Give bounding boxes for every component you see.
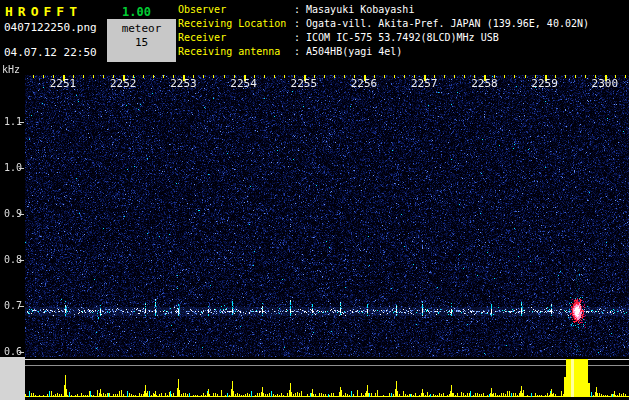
freq-label: 0.7 [4,300,22,311]
meteor-count-value: 15 [107,36,176,49]
hrofft-window: HROFFT 1.00 0407122250.png 04.07.12 22:5… [0,0,629,400]
app-version: 1.00 [122,5,151,19]
info-row: Receiving antenna: A504HB(yagi 4el) [178,45,629,59]
info-label: Receiver [178,31,294,45]
db-scale-panel [0,357,25,400]
info-label: Receiving Location [178,17,294,31]
app-title: HROFFT [5,4,82,19]
freq-label: 0.8 [4,254,22,265]
freq-label: 0.9 [4,208,22,219]
info-value: : Ogata-vill. Akita-Pref. JAPAN (139.96E… [294,17,589,31]
info-row: Observer: Masayuki Kobayashi [178,3,629,17]
spectrogram-canvas [0,62,629,400]
info-label: Observer [178,3,294,17]
header-left: HROFFT 1.00 0407122250.png 04.07.12 22:5… [0,0,176,62]
time-label: 2252 [110,77,137,90]
info-value: : ICOM IC-575 53.7492(8LCD)MHz USB [294,31,499,45]
freq-label: 1.0 [4,162,22,173]
info-label: Receiving antenna [178,45,294,59]
time-label: 2253 [170,77,197,90]
observation-datetime: 04.07.12 22:50 [4,46,97,59]
time-label: 2259 [531,77,558,90]
info-value: : A504HB(yagi 4el) [294,45,402,59]
time-label: 2257 [411,77,438,90]
time-label: 2256 [351,77,378,90]
time-label: 2258 [471,77,498,90]
time-label: 2300 [592,77,619,90]
meteor-mode-label: meteor [107,22,176,35]
time-label: 2251 [50,77,77,90]
info-value: : Masayuki Kobayashi [294,3,414,17]
freq-label: 1.1 [4,116,22,127]
header-info: Observer: Masayuki KobayashiReceiving Lo… [178,3,629,59]
freq-axis-unit: kHz [2,64,20,75]
info-row: Receiver: ICOM IC-575 53.7492(8LCD)MHz U… [178,31,629,45]
time-label: 2255 [291,77,318,90]
freq-label: 0.6 [4,346,22,357]
time-label: 2254 [230,77,257,90]
output-filename: 0407122250.png [4,21,97,34]
meteor-count-panel: meteor 15 [107,19,176,62]
info-row: Receiving Location: Ogata-vill. Akita-Pr… [178,17,629,31]
